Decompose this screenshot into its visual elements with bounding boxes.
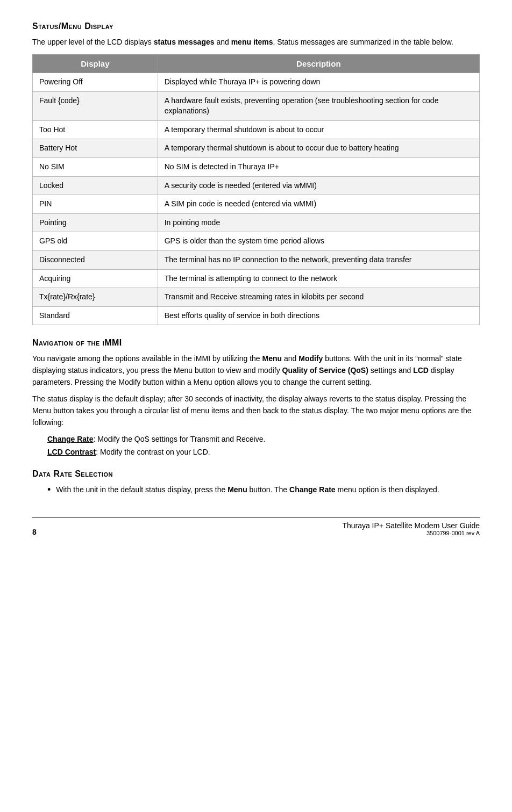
nav-para1-mid3: settings and <box>368 366 413 375</box>
table-cell-description: Displayed while Thuraya IP+ is powering … <box>158 73 479 92</box>
nav-bold-menu: Menu <box>262 354 282 363</box>
section2-para1: You navigate among the options available… <box>32 353 480 388</box>
section2-title: Navigation of the iMMI <box>32 338 480 348</box>
table-cell-display: Standard <box>33 306 158 325</box>
table-cell-description: A temporary thermal shutdown is about to… <box>158 120 479 139</box>
table-cell-description: A temporary thermal shutdown is about to… <box>158 139 479 158</box>
table-cell-description: The terminal is attempting to connect to… <box>158 269 479 288</box>
table-cell-display: Fault {code} <box>33 91 158 120</box>
table-cell-display: Tx{rate}/Rx{rate} <box>33 288 158 307</box>
table-cell-display: GPS old <box>33 232 158 251</box>
table-cell-description: A hardware fault exists, preventing oper… <box>158 91 479 120</box>
table-cell-description: No SIM is detected in Thuraya IP+ <box>158 157 479 176</box>
table-cell-display: Pointing <box>33 213 158 232</box>
bullet1-mid: button. The <box>247 485 289 494</box>
table-row: StandardBest efforts quality of service … <box>33 306 480 325</box>
nav-bold-qos: Quality of Service (QoS) <box>282 366 368 375</box>
table-row: Tx{rate}/Rx{rate}Transmit and Receive st… <box>33 288 480 307</box>
table-row: GPS oldGPS is older than the system time… <box>33 232 480 251</box>
bullet1-pre: With the unit in the default status disp… <box>56 485 227 494</box>
section1-intro: The upper level of the LCD displays stat… <box>32 37 480 48</box>
table-cell-display: PIN <box>33 195 158 214</box>
table-cell-description: Transmit and Receive streaming rates in … <box>158 288 479 307</box>
intro-text-end: . Status messages are summarized in the … <box>273 38 453 46</box>
table-cell-display: Acquiring <box>33 269 158 288</box>
section3: Data Rate Selection • With the unit in t… <box>32 469 480 496</box>
guide-subtitle: 3500799-0001 rev A <box>342 530 480 536</box>
table-row: Too HotA temporary thermal shutdown is a… <box>33 120 480 139</box>
table-row: No SIMNo SIM is detected in Thuraya IP+ <box>33 157 480 176</box>
page-number: 8 <box>32 528 37 536</box>
section3-title: Data Rate Selection <box>32 469 480 479</box>
table-row: AcquiringThe terminal is attempting to c… <box>33 269 480 288</box>
option-lcd-contrast: LCD Contrast: Modify the contrast on you… <box>47 447 480 458</box>
change-rate-label: Change Rate <box>47 435 94 443</box>
table-cell-display: Powering Off <box>33 73 158 92</box>
table-cell-display: Too Hot <box>33 120 158 139</box>
nav-bold-modify: Modify <box>298 354 323 363</box>
table-cell-display: Disconnected <box>33 250 158 269</box>
table-header-display: Display <box>33 55 158 73</box>
table-row: DisconnectedThe terminal has no IP conne… <box>33 250 480 269</box>
nav-para1-pre: You navigate among the options available… <box>32 354 262 363</box>
table-cell-description: Best efforts quality of service in both … <box>158 306 479 325</box>
page-footer: 8 Thuraya IP+ Satellite Modem User Guide… <box>32 518 480 536</box>
table-cell-description: In pointing mode <box>158 213 479 232</box>
intro-bold-status: status messages <box>154 38 215 46</box>
table-cell-description: A security code is needed (entered via w… <box>158 176 479 195</box>
bullet1-text: With the unit in the default status disp… <box>56 484 439 496</box>
table-header-description: Description <box>158 55 479 73</box>
table-cell-display: Locked <box>33 176 158 195</box>
option-change-rate: Change Rate: Modify the QoS settings for… <box>47 434 480 445</box>
bullet1-bold-menu: Menu <box>227 485 247 494</box>
lcd-contrast-label: LCD Contrast <box>47 448 96 456</box>
section2-para2: The status display is the default displa… <box>32 393 480 428</box>
bullet-list: • With the unit in the default status di… <box>47 484 480 496</box>
table-cell-description: A SIM pin code is needed (entered via wM… <box>158 195 479 214</box>
table-row: Battery HotA temporary thermal shutdown … <box>33 139 480 158</box>
nav-bold-lcd: LCD <box>413 366 429 375</box>
table-row: PINA SIM pin code is needed (entered via… <box>33 195 480 214</box>
bullet-item-1: • With the unit in the default status di… <box>47 484 480 496</box>
section1-title: Status/Menu Display <box>32 21 480 31</box>
table-cell-description: The terminal has no IP connection to the… <box>158 250 479 269</box>
bullet-dot-1: • <box>47 484 51 496</box>
intro-bold-menu: menu items <box>231 38 273 46</box>
table-row: Fault {code}A hardware fault exists, pre… <box>33 91 480 120</box>
options-list: Change Rate: Modify the QoS settings for… <box>47 434 480 458</box>
lcd-contrast-text: : Modify the contrast on your LCD. <box>96 448 210 456</box>
footer-title-block: Thuraya IP+ Satellite Modem User Guide 3… <box>342 521 480 536</box>
section2: Navigation of the iMMI You navigate amon… <box>32 338 480 458</box>
bullet1-end: menu option is then displayed. <box>336 485 439 494</box>
table-cell-description: GPS is older than the system time period… <box>158 232 479 251</box>
table-row: PointingIn pointing mode <box>33 213 480 232</box>
guide-title: Thuraya IP+ Satellite Modem User Guide <box>342 521 480 530</box>
table-row: LockedA security code is needed (entered… <box>33 176 480 195</box>
table-row: Powering OffDisplayed while Thuraya IP+ … <box>33 73 480 92</box>
bullet1-bold-changerate: Change Rate <box>289 485 336 494</box>
change-rate-text: : Modify the QoS settings for Transmit a… <box>94 435 266 443</box>
intro-text-pre: The upper level of the LCD displays <box>32 38 154 46</box>
status-table: Display Description Powering OffDisplaye… <box>32 54 480 325</box>
intro-text-mid: and <box>215 38 231 46</box>
table-cell-display: No SIM <box>33 157 158 176</box>
table-cell-display: Battery Hot <box>33 139 158 158</box>
nav-para1-mid1: and <box>282 354 298 363</box>
